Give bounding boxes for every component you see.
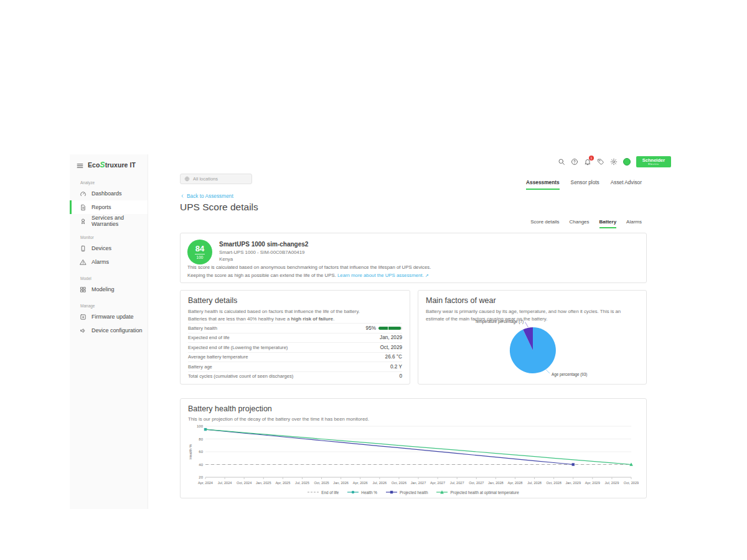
legend-item-health-[interactable]: Health % (347, 490, 377, 495)
battery-details-description: Battery health is calculated based on fa… (188, 308, 360, 323)
tab-assessments[interactable]: Assessments (526, 179, 560, 190)
sidebar-item-reports[interactable]: Reports (70, 200, 148, 214)
globe-icon (184, 176, 190, 182)
score-max: 100 (197, 255, 204, 259)
detail-value: 0 (399, 373, 402, 379)
detail-subtabs: Score detailsChangesBatteryAlarms (530, 219, 642, 228)
search-icon[interactable] (558, 158, 565, 166)
subtab-score-details[interactable]: Score details (530, 219, 559, 228)
wear-factors-card: Main factors of wear Battery wear is pri… (418, 290, 647, 385)
legend-label: End of life (321, 490, 339, 495)
sidebar-item-label: Alarms (92, 259, 109, 265)
reports-icon (80, 204, 87, 211)
sidebar-item-devices[interactable]: Devices (70, 241, 148, 255)
legend-label: Health % (361, 490, 377, 495)
user-avatar[interactable] (623, 158, 631, 166)
back-to-assessment-link[interactable]: Back to Assessment (180, 193, 233, 199)
hamburger-menu-icon[interactable] (76, 161, 84, 169)
svg-text:Jul, 2026: Jul, 2026 (372, 481, 387, 485)
firmware-icon (80, 314, 87, 320)
gear-icon[interactable] (610, 158, 618, 166)
subtab-battery[interactable]: Battery (599, 219, 617, 228)
sidebar-item-device-configuration[interactable]: Device configuration (70, 324, 148, 337)
svg-text:Jul, 2027: Jul, 2027 (450, 481, 464, 485)
app-logo[interactable]: EcoStruxure IT (70, 154, 148, 173)
tag-icon[interactable] (597, 158, 604, 166)
detail-label: Battery age (188, 364, 212, 370)
svg-text:60: 60 (199, 450, 203, 454)
page-tabs: AssessmentsSensor plotsAsset Advisor (526, 179, 642, 190)
learn-more-link[interactable]: Learn more about the UPS assessment. ↗ (337, 273, 429, 278)
svg-text:40: 40 (199, 463, 203, 467)
tab-asset-advisor[interactable]: Asset Advisor (611, 179, 642, 190)
tab-sensor-plots[interactable]: Sensor plots (571, 179, 599, 190)
legend-item-end-of-life[interactable]: End of life (308, 490, 339, 495)
svg-text:Oct, 2026: Oct, 2026 (392, 481, 406, 485)
sidebar-item-label: Device configuration (92, 327, 143, 334)
location-search-placeholder: All locations (193, 176, 218, 182)
score-description-2-text: Keeping the score as high as possible ca… (187, 273, 336, 278)
sidebar-item-label: Services and Warranties (92, 215, 148, 227)
svg-text:Oct, 2025: Oct, 2025 (314, 481, 329, 485)
sidebar-section-label: Model (80, 276, 148, 281)
svg-text:Jul, 2029: Jul, 2029 (605, 481, 619, 485)
score-badge: 84 100 (187, 240, 212, 264)
detail-label: Expected end of life (188, 335, 230, 340)
device-location: Kenya (219, 256, 233, 262)
modeling-icon (80, 286, 87, 293)
svg-text:Jan, 2029: Jan, 2029 (565, 481, 581, 485)
subtab-changes[interactable]: Changes (570, 219, 590, 228)
detail-value: Oct, 2029 (380, 345, 402, 350)
battery-detail-row: Battery health95% (188, 323, 402, 333)
pie-label-temperature: Temperature percentage (7) (475, 319, 524, 324)
battery-detail-row: Battery age0.2 Y (188, 362, 402, 371)
svg-text:Jul, 2028: Jul, 2028 (527, 481, 542, 485)
svg-text:Apr, 2028: Apr, 2028 (507, 481, 522, 485)
bell-icon[interactable]: 1 (584, 158, 591, 166)
svg-text:Apr, 2029: Apr, 2029 (585, 481, 600, 485)
pie-label-age: Age percentage (93) (552, 372, 587, 377)
detail-value: 95% (366, 325, 402, 331)
svg-text:Oct, 2027: Oct, 2027 (469, 481, 484, 485)
schneider-logo-line2: Electric (648, 163, 659, 166)
location-search-input[interactable]: All locations (180, 174, 252, 184)
detail-value: Jan, 2029 (380, 335, 402, 340)
sidebar-section-label: Analyze (80, 180, 148, 185)
detail-label: Average battery temperature (188, 354, 248, 360)
sidebar-item-dashboards[interactable]: Dashboards (70, 187, 148, 200)
help-icon[interactable] (571, 158, 578, 166)
topbar-icons: 1 (558, 158, 631, 166)
legend-item-projected-health-at-optimal-temperature[interactable]: Projected health at optimal temperature (436, 490, 519, 495)
battery-health-bar (378, 327, 402, 330)
svg-text:Oct, 2028: Oct, 2028 (547, 481, 561, 485)
subtab-alarms[interactable]: Alarms (626, 219, 642, 228)
chart-legend: End of lifeHealth %Projected healthProje… (181, 490, 646, 495)
chevron-left-icon (180, 194, 185, 198)
health-projection-title: Battery health projection (188, 404, 272, 413)
sidebar-item-label: Dashboards (92, 190, 122, 197)
score-description-1: This score is calculated based on anonym… (187, 264, 431, 270)
device-model-serial: Smart-UPS 1000 - SIM-00C0B7A00419 (219, 250, 304, 255)
wear-pie-chart: Temperature percentage (7)Age percentage… (418, 291, 647, 385)
sidebar-item-services-and-warranties[interactable]: Services and Warranties (70, 214, 148, 228)
svg-text:Apr, 2027: Apr, 2027 (430, 481, 445, 485)
alarms-icon (80, 259, 87, 266)
svg-text:80: 80 (199, 437, 203, 441)
sidebar-item-alarms[interactable]: Alarms (70, 255, 148, 269)
detail-value: 26.6 °C (385, 354, 402, 360)
devices-icon (80, 245, 87, 252)
schneider-electric-logo[interactable]: Schneider Electric (636, 156, 671, 167)
external-link-icon: ↗ (425, 273, 429, 278)
sidebar-item-modeling[interactable]: Modeling (70, 282, 148, 296)
ups-score-card: 84 100 SmartUPS 1000 sim-changes2 Smart-… (180, 233, 647, 283)
svg-text:Oct, 2029: Oct, 2029 (624, 481, 639, 485)
ecostruxure-app: EcoStruxure IT AnalyzeDashboardsReportsS… (70, 154, 675, 509)
notification-badge: 1 (589, 156, 594, 161)
sidebar-item-firmware-update[interactable]: Firmware update (70, 310, 148, 324)
legend-item-projected-health[interactable]: Projected health (386, 490, 428, 495)
score-description-2: Keeping the score as high as possible ca… (187, 273, 429, 278)
health-projection-card: Battery health projection This is our pr… (180, 398, 647, 498)
battery-detail-row: Expected end of life (Lowering the tempe… (188, 342, 402, 352)
svg-text:Jan, 2025: Jan, 2025 (256, 481, 271, 485)
svg-text:Jan, 2026: Jan, 2026 (333, 481, 349, 485)
